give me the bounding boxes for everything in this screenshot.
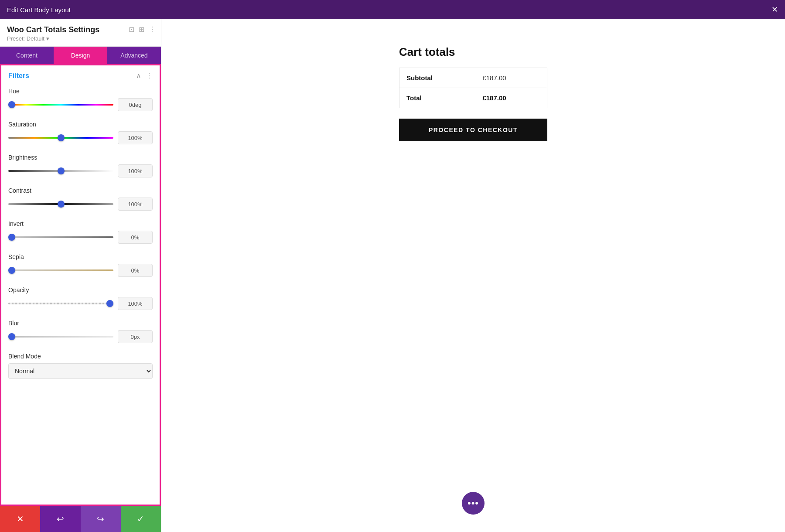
section-actions: ∧ ⋮ [136, 72, 153, 80]
cart-totals-title: Cart totals [399, 45, 547, 59]
tab-bar: Content Design Advanced [0, 47, 161, 64]
blur-slider-container [8, 332, 113, 341]
brightness-slider[interactable] [8, 170, 113, 172]
saturation-slider-container [8, 133, 113, 142]
section-title: Filters [8, 72, 29, 80]
opacity-filter: Opacity 100% [1, 283, 160, 316]
top-bar-title: Edit Cart Body Layout [7, 6, 71, 14]
sidebar-header: Woo Cart Totals Settings Preset: Default… [0, 19, 161, 47]
contrast-value: 100% [118, 198, 153, 211]
filters-section: Filters ∧ ⋮ Hue 0deg Saturation [0, 64, 161, 506]
invert-filter: Invert 0% [1, 217, 160, 250]
subtotal-row: Subtotal £187.00 [399, 68, 547, 88]
sepia-slider[interactable] [8, 269, 113, 271]
section-header: Filters ∧ ⋮ [1, 65, 160, 84]
preset-label: Preset: Default [7, 35, 44, 42]
section-more-icon[interactable]: ⋮ [146, 72, 153, 80]
hue-value: 0deg [118, 98, 153, 111]
hue-controls: 0deg [8, 98, 153, 111]
saturation-value: 100% [118, 131, 153, 144]
contrast-slider[interactable] [8, 203, 113, 205]
saturation-controls: 100% [8, 131, 153, 144]
invert-value: 0% [118, 231, 153, 244]
hue-slider-container [8, 100, 113, 109]
brightness-controls: 100% [8, 164, 153, 177]
cancel-button[interactable]: ✕ [0, 506, 40, 532]
blur-slider[interactable] [8, 336, 113, 338]
total-row: Total £187.00 [399, 88, 547, 108]
subtotal-value: £187.00 [475, 68, 547, 88]
tab-advanced[interactable]: Advanced [107, 47, 161, 64]
more-options-icon[interactable]: ⋮ [149, 25, 156, 34]
total-value: £187.00 [475, 88, 547, 108]
sepia-slider-container [8, 266, 113, 275]
main-layout: Woo Cart Totals Settings Preset: Default… [0, 19, 785, 532]
saturation-label: Saturation [8, 121, 153, 128]
responsive-icon[interactable]: ⊡ [129, 25, 134, 34]
subtotal-label: Subtotal [399, 68, 476, 88]
hue-filter: Hue 0deg [1, 84, 160, 117]
blur-filter: Blur 0px [1, 316, 160, 349]
brightness-slider-container [8, 167, 113, 175]
opacity-controls: 100% [8, 297, 153, 310]
sepia-controls: 0% [8, 264, 153, 277]
layout-icon[interactable]: ⊞ [139, 25, 144, 34]
sepia-label: Sepia [8, 253, 153, 260]
invert-controls: 0% [8, 231, 153, 244]
blend-mode-select[interactable]: Normal Multiply Screen Overlay Darken Li… [8, 363, 153, 379]
blur-value: 0px [118, 330, 153, 343]
hue-slider[interactable] [8, 104, 113, 106]
blur-label: Blur [8, 320, 153, 327]
blend-mode-filter: Blend Mode Normal Multiply Screen Overla… [1, 349, 160, 385]
close-button[interactable]: ✕ [771, 5, 778, 14]
cart-totals-widget: Cart totals Subtotal £187.00 Total £187.… [399, 45, 547, 141]
canvas-area: Cart totals Subtotal £187.00 Total £187.… [161, 19, 785, 532]
checkout-button[interactable]: PROCEED TO CHECKOUT [399, 119, 547, 141]
invert-label: Invert [8, 220, 153, 227]
contrast-filter: Contrast 100% [1, 184, 160, 217]
action-bar: ✕ ↩ ↪ ✓ [0, 506, 161, 532]
contrast-controls: 100% [8, 198, 153, 211]
preset-arrow: ▾ [46, 35, 49, 42]
redo-button[interactable]: ↪ [81, 506, 121, 532]
brightness-filter: Brightness 100% [1, 150, 160, 184]
hue-label: Hue [8, 88, 153, 95]
opacity-value: 100% [118, 297, 153, 310]
opacity-label: Opacity [8, 286, 153, 293]
sepia-value: 0% [118, 264, 153, 277]
tab-design[interactable]: Design [54, 47, 107, 64]
undo-button[interactable]: ↩ [40, 506, 80, 532]
preset-selector[interactable]: Preset: Default ▾ [7, 35, 154, 42]
brightness-value: 100% [118, 164, 153, 177]
contrast-label: Contrast [8, 187, 153, 194]
sidebar-icon-group: ⊡ ⊞ ⋮ [129, 25, 156, 34]
sidebar: Woo Cart Totals Settings Preset: Default… [0, 19, 161, 532]
top-bar: Edit Cart Body Layout ✕ [0, 0, 785, 19]
blend-mode-label: Blend Mode [8, 353, 153, 360]
invert-slider-container [8, 233, 113, 242]
opacity-slider-container [8, 299, 113, 308]
brightness-label: Brightness [8, 154, 153, 161]
contrast-slider-container [8, 200, 113, 208]
cart-table: Subtotal £187.00 Total £187.00 [399, 68, 547, 108]
total-label: Total [399, 88, 476, 108]
saturation-slider[interactable] [8, 137, 113, 139]
blur-controls: 0px [8, 330, 153, 343]
invert-slider[interactable] [8, 236, 113, 238]
tab-content[interactable]: Content [0, 47, 54, 64]
sepia-filter: Sepia 0% [1, 250, 160, 283]
fab-button[interactable]: ••• [462, 492, 485, 515]
collapse-icon[interactable]: ∧ [136, 72, 141, 80]
saturation-filter: Saturation 100% [1, 117, 160, 150]
opacity-slider[interactable] [8, 303, 113, 304]
save-button[interactable]: ✓ [121, 506, 161, 532]
